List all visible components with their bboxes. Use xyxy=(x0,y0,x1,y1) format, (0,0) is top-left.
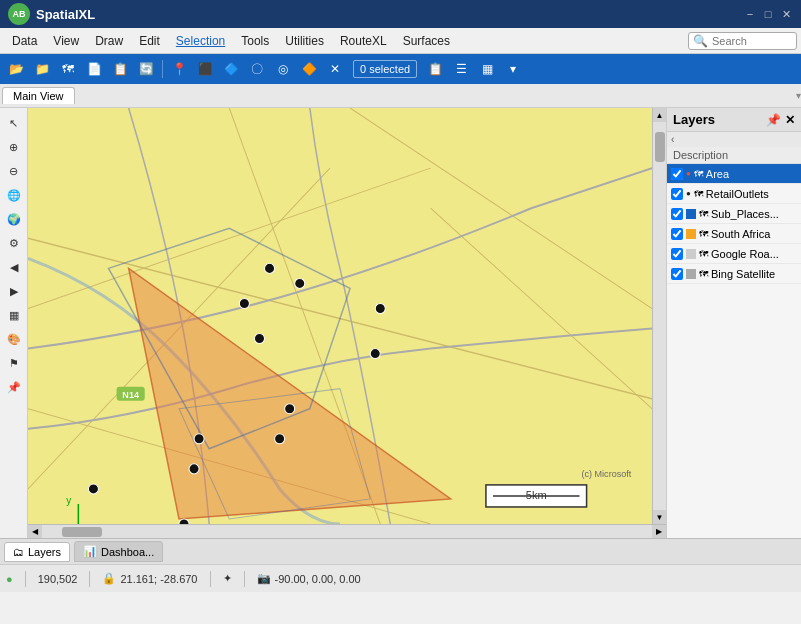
tb-table-btn[interactable]: 📋 xyxy=(108,57,132,81)
scroll-up-btn[interactable]: ▲ xyxy=(653,108,667,122)
maximize-button[interactable]: □ xyxy=(761,7,775,21)
flag-tool[interactable]: ⚑ xyxy=(3,352,25,374)
tb-deselect-btn[interactable]: ✕ xyxy=(323,57,347,81)
tb-copy-btn[interactable]: 📋 xyxy=(423,57,447,81)
next-tool[interactable]: ▶ xyxy=(3,280,25,302)
tb-select-btn[interactable]: ⬛ xyxy=(193,57,217,81)
tb-pin-btn[interactable]: 📍 xyxy=(167,57,191,81)
layers-collapse[interactable]: ‹ xyxy=(667,132,801,147)
layer-checkbox-google[interactable] xyxy=(671,248,683,260)
scroll-left-btn[interactable]: ◀ xyxy=(28,525,42,539)
scroll-track-h[interactable] xyxy=(42,525,652,538)
scroll-thumb-h[interactable] xyxy=(62,527,102,537)
horizontal-scrollbar[interactable]: ◀ ▶ xyxy=(28,524,666,538)
layer-checkbox-southafrica[interactable] xyxy=(671,228,683,240)
layer-icon-subplaces xyxy=(686,209,696,219)
layers-close-btn[interactable]: ✕ xyxy=(785,113,795,127)
window-controls[interactable]: − □ ✕ xyxy=(743,7,793,21)
search-input[interactable] xyxy=(712,35,792,47)
layer-checkbox-area[interactable] xyxy=(671,168,683,180)
menu-view[interactable]: View xyxy=(45,32,87,50)
dashboard-tab-label: Dashboa... xyxy=(101,546,154,558)
scroll-down-btn[interactable]: ▼ xyxy=(653,510,667,524)
svg-text:(c) Microsoft: (c) Microsoft xyxy=(582,469,632,479)
tb-map-btn[interactable]: 🗺 xyxy=(56,57,80,81)
layer-item-southafrica[interactable]: 🗺 South Africa xyxy=(667,224,801,244)
map-inner: N14 5km (c) Microsoft y x z xyxy=(28,108,666,524)
tb-list-btn[interactable]: ☰ xyxy=(449,57,473,81)
layer-item-subplaces[interactable]: 🗺 Sub_Places... xyxy=(667,204,801,224)
scroll-track-v[interactable] xyxy=(653,122,666,510)
layers-description-label: Description xyxy=(667,147,801,164)
layer-checkbox-retail[interactable] xyxy=(671,188,683,200)
main-layout: ↖ ⊕ ⊖ 🌐 🌍 ⚙ ◀ ▶ ▦ 🎨 ⚑ 📌 xyxy=(0,108,801,538)
tb-lasso-btn[interactable]: 〇 xyxy=(245,57,269,81)
bottom-tab-layers[interactable]: 🗂 Layers xyxy=(4,542,70,562)
toolbar: 📂 📁 🗺 📄 📋 🔄 📍 ⬛ 🔷 〇 ◎ 🔶 ✕ 0 selected 📋 ☰… xyxy=(0,54,801,84)
menu-utilities[interactable]: Utilities xyxy=(277,32,332,50)
tb-route-btn[interactable]: 🔄 xyxy=(134,57,158,81)
menu-selection[interactable]: Selection xyxy=(168,32,233,50)
svg-point-20 xyxy=(295,278,305,288)
tb-layer-btn[interactable]: 📄 xyxy=(82,57,106,81)
layers-panel: Layers 📌 ✕ ‹ Description ● 🗺 Area ● 🗺 xyxy=(666,108,801,538)
scroll-thumb-v[interactable] xyxy=(655,132,665,162)
bottom-tab-dashboard[interactable]: 📊 Dashboa... xyxy=(74,541,163,562)
layer-icon-area: ● xyxy=(686,169,691,178)
layer-item-bing[interactable]: 🗺 Bing Satellite xyxy=(667,264,801,284)
tb-table2-btn[interactable]: ▦ xyxy=(475,57,499,81)
svg-point-16 xyxy=(88,484,98,494)
prev-tool[interactable]: ◀ xyxy=(3,256,25,278)
status-sep-3 xyxy=(210,571,211,587)
menu-draw[interactable]: Draw xyxy=(87,32,131,50)
zoom-out-tool[interactable]: ⊖ xyxy=(3,160,25,182)
status-lock: 🔒 21.161; -28.670 xyxy=(102,572,197,585)
bottom-tabs: 🗂 Layers 📊 Dashboa... xyxy=(0,538,801,564)
pin-tool[interactable]: 📌 xyxy=(3,376,25,398)
layer-label-bing: Bing Satellite xyxy=(711,268,797,280)
layer-item-area[interactable]: ● 🗺 Area xyxy=(667,164,801,184)
tb-poly-btn[interactable]: 🔷 xyxy=(219,57,243,81)
globe-tool[interactable]: 🌐 xyxy=(3,184,25,206)
layer-checkbox-bing[interactable] xyxy=(671,268,683,280)
layer-label-area: Area xyxy=(706,168,797,180)
menu-routexl[interactable]: RouteXL xyxy=(332,32,395,50)
theme-tool[interactable]: 🎨 xyxy=(3,328,25,350)
tb-open-btn[interactable]: 📁 xyxy=(30,57,54,81)
layer-item-retail[interactable]: ● 🗺 RetailOutlets xyxy=(667,184,801,204)
pointer-tool[interactable]: ↖ xyxy=(3,112,25,134)
menu-surfaces[interactable]: Surfaces xyxy=(395,32,458,50)
app-title: AB SpatialXL xyxy=(8,3,95,25)
vertical-scrollbar[interactable]: ▲ ▼ xyxy=(652,108,666,524)
grid-tool[interactable]: ▦ xyxy=(3,304,25,326)
svg-point-15 xyxy=(189,464,199,474)
menu-data[interactable]: Data xyxy=(4,32,45,50)
layer-icon-google xyxy=(686,249,696,259)
search-area[interactable]: 🔍 xyxy=(688,32,797,50)
camera-icon: 📷 xyxy=(257,572,271,585)
globe2-tool[interactable]: 🌍 xyxy=(3,208,25,230)
tb-new-btn[interactable]: 📂 xyxy=(4,57,28,81)
svg-text:y: y xyxy=(66,495,71,506)
status-sep-2 xyxy=(89,571,90,587)
map-canvas[interactable]: N14 5km (c) Microsoft y x z xyxy=(28,108,652,524)
layer-type-google: 🗺 xyxy=(699,249,708,259)
menu-edit[interactable]: Edit xyxy=(131,32,168,50)
close-button[interactable]: ✕ xyxy=(779,7,793,21)
minimize-button[interactable]: − xyxy=(743,7,757,21)
app-name: SpatialXL xyxy=(36,7,95,22)
layer-item-google[interactable]: 🗺 Google Roa... xyxy=(667,244,801,264)
svg-point-12 xyxy=(285,404,295,414)
zoom-in-tool[interactable]: ⊕ xyxy=(3,136,25,158)
tab-bar-close: ▾ xyxy=(796,90,801,101)
layers-list: ● 🗺 Area ● 🗺 RetailOutlets 🗺 Sub_Places.… xyxy=(667,164,801,538)
menu-tools[interactable]: Tools xyxy=(233,32,277,50)
tb-route-select-btn[interactable]: 🔶 xyxy=(297,57,321,81)
tb-more-btn[interactable]: ▾ xyxy=(501,57,525,81)
layers-pin-btn[interactable]: 📌 xyxy=(766,113,781,127)
tb-radius-btn[interactable]: ◎ xyxy=(271,57,295,81)
tab-main-view[interactable]: Main View xyxy=(2,87,75,104)
layer-checkbox-subplaces[interactable] xyxy=(671,208,683,220)
settings-tool[interactable]: ⚙ xyxy=(3,232,25,254)
scroll-right-btn[interactable]: ▶ xyxy=(652,525,666,539)
